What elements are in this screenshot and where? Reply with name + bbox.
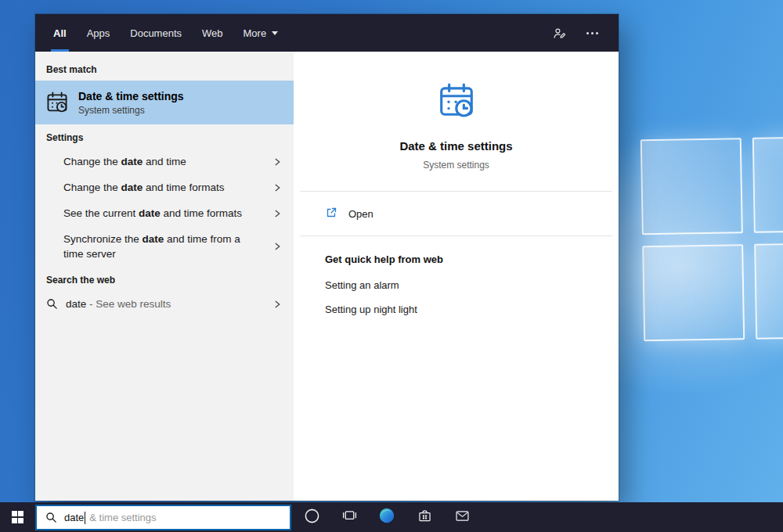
tab-web-label: Web [202,27,223,39]
desktop: All Apps Documents Web More [0,0,783,532]
open-icon [325,207,337,221]
store-icon [417,508,433,527]
tab-documents-label: Documents [130,27,182,39]
result-synchronize-date-time[interactable]: Synchronize the date and time from a tim… [35,226,294,267]
result-label: Change the date and time [63,154,186,169]
results-pane: Best match [35,52,294,501]
text-caret [85,512,85,524]
search-completion-text: & time settings [89,512,156,523]
preview-title: Date & time settings [294,139,619,153]
best-match-result[interactable]: Date & time settings System settings [35,81,294,124]
mail-icon [454,508,471,527]
best-match-subtitle: System settings [78,105,184,116]
settings-header: Settings [35,124,294,149]
open-action[interactable]: Open [294,192,619,235]
search-flyout: All Apps Documents Web More [35,14,619,501]
chevron-right-icon [274,300,281,309]
tab-all-label: All [53,27,67,39]
result-change-date-time-formats[interactable]: Change the date and time formats [35,174,294,200]
help-item-setting-up-night-light[interactable]: Setting up night light [325,304,619,315]
edge-button[interactable] [368,502,406,532]
chevron-right-icon [274,183,281,192]
task-view-icon [341,508,358,527]
store-button[interactable] [406,502,443,532]
tab-web[interactable]: Web [192,14,233,52]
result-label: See the current date and time formats [63,206,242,221]
best-match-header: Best match [35,56,294,81]
preview-pane: Date & time settings System settings Ope… [294,52,619,501]
taskbar: date & time settings [0,502,783,532]
chevron-down-icon [272,31,278,35]
calendar-clock-icon [45,91,69,114]
open-label: Open [348,208,373,220]
cortana-icon [304,508,320,527]
taskbar-search-input[interactable]: date & time settings [35,505,291,530]
task-view-button[interactable] [330,502,368,532]
search-icon [46,298,58,310]
tab-all[interactable]: All [43,14,77,52]
preview-subtitle: System settings [294,160,619,171]
chevron-right-icon [274,209,281,218]
help-item-setting-an-alarm[interactable]: Setting an alarm [325,279,619,291]
result-see-current-date-time-formats[interactable]: See the current date and time formats [35,200,294,226]
calendar-clock-icon [437,81,476,120]
search-tab-bar: All Apps Documents Web More [35,14,619,52]
search-typed-text: date [64,512,84,523]
result-change-date-and-time[interactable]: Change the date and time [35,149,294,174]
tab-more[interactable]: More [233,14,289,52]
help-header: Get quick help from web [325,253,619,265]
result-web-search[interactable]: date - See web results [35,291,294,317]
cortana-button[interactable] [293,502,330,532]
result-label: Change the date and time formats [63,180,225,195]
search-the-web-header: Search the web [35,267,294,291]
result-label: Synchronize the date and time from a tim… [63,232,245,261]
mail-button[interactable] [443,502,481,532]
tab-documents[interactable]: Documents [120,14,192,52]
chevron-right-icon [274,157,281,167]
tab-apps[interactable]: Apps [77,14,121,52]
wallpaper-windows-logo [640,136,783,342]
tab-apps-label: Apps [87,27,110,39]
tab-more-label: More [244,27,267,39]
start-button[interactable] [0,502,35,532]
feedback-icon[interactable] [553,27,566,40]
search-icon [45,512,57,523]
best-match-title: Date & time settings [78,90,184,102]
ellipsis-icon[interactable] [586,32,598,34]
chevron-right-icon [274,242,281,251]
result-label: date - See web results [66,297,171,311]
windows-logo-icon [12,511,24,523]
edge-icon [378,507,395,527]
